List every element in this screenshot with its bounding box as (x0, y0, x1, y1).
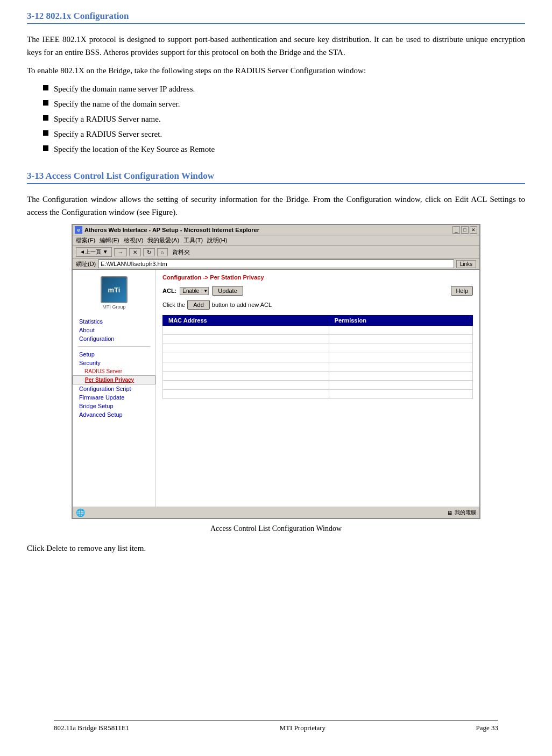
add-button[interactable]: Add (187, 300, 210, 310)
links-button[interactable]: Links (456, 260, 476, 268)
statusbar-computer-icon: 🖥 (447, 510, 452, 516)
menu-help[interactable]: 說明(H) (207, 236, 227, 244)
table-header-permission: Permission (329, 316, 472, 326)
click-delete-text: Click Delete to remove any list item. (27, 542, 525, 555)
footer-center: MTI Proprietary (280, 724, 326, 732)
maximize-button[interactable]: □ (461, 226, 469, 234)
browser-sidebar: mTi MTI Group Statistics About Configura… (73, 270, 156, 507)
browser-statusbar: 🌐 🖥 我的電腦 (73, 507, 479, 518)
bullet-icon (43, 85, 48, 90)
section-312-bullets: Specify the domain name server IP addres… (43, 82, 525, 156)
logo-initials: mTi (108, 286, 121, 294)
home-button[interactable]: ⌂ (157, 248, 168, 256)
table-cell-mac (163, 353, 329, 362)
statusbar-my-computer: 我的電腦 (455, 509, 476, 516)
menu-tools[interactable]: 工具(T) (183, 236, 203, 244)
logo-box: mTi (101, 276, 128, 303)
refresh-button[interactable]: ↻ (143, 248, 155, 256)
sidebar-item-security[interactable]: Security (73, 359, 155, 367)
acl-add-row: Click the Add button to add new ACL (162, 300, 473, 310)
bullet-icon (43, 130, 48, 136)
forward-button[interactable]: → (114, 248, 127, 256)
close-button[interactable]: ✕ (470, 226, 477, 234)
acl-select[interactable]: Enable Disable (180, 287, 209, 295)
table-row (163, 381, 473, 390)
sidebar-item-config-script[interactable]: Configuration Script (73, 384, 155, 393)
table-row (163, 344, 473, 353)
browser-menubar: 檔案(F) 編輯(E) 檢視(V) 我的最愛(A) 工具(T) 說明(H) (73, 235, 479, 246)
acl-select-wrapper: Enable Disable (180, 287, 209, 295)
section-312: 3-12 802.1x Configuration The IEEE 802.1… (27, 11, 525, 156)
table-row (163, 390, 473, 399)
sidebar-item-setup[interactable]: Setup (73, 350, 155, 359)
section-312-heading: 3-12 802.1x Configuration (27, 11, 525, 24)
table-cell-permission (329, 372, 472, 381)
titlebar-text: Atheros Web Interface - AP Setup - Micro… (84, 227, 259, 233)
sidebar-item-configuration[interactable]: Configuration (73, 334, 155, 343)
list-item: Specify a RADIUS Server secret. (43, 128, 525, 141)
browser-main-content: Configuration -> Per Station Privacy ACL… (156, 270, 479, 507)
browser-window: e Atheros Web Interface - AP Setup - Mic… (72, 224, 480, 519)
update-button[interactable]: Update (212, 286, 243, 296)
sidebar-item-about[interactable]: About (73, 326, 155, 334)
table-cell-mac (163, 362, 329, 372)
table-row (163, 335, 473, 344)
list-item: Specify the domain name server IP addres… (43, 82, 525, 95)
list-item: Specify the location of the Key Source a… (43, 143, 525, 156)
sidebar-item-firmware[interactable]: Firmware Update (73, 393, 155, 402)
table-row (163, 372, 473, 381)
sidebar-item-statistics[interactable]: Statistics (73, 317, 155, 326)
address-input[interactable] (98, 260, 454, 268)
browser-addressbar: 網址(D) Links (73, 258, 479, 270)
stop-button[interactable]: ✕ (129, 248, 141, 256)
back-button[interactable]: ◄上一頁 ▼ (76, 247, 112, 257)
browser-toolbar: ◄上一頁 ▼ → ✕ ↻ ⌂ 資料夾 (73, 246, 479, 258)
acl-table: MAC Address Permission (162, 315, 473, 399)
table-cell-permission (329, 326, 472, 335)
add-text-after: button to add new ACL (212, 302, 272, 308)
table-cell-permission (329, 390, 472, 399)
bullet-icon (43, 145, 48, 151)
section-313-para1: The Configuration window allows the sett… (27, 193, 525, 219)
table-cell-mac (163, 390, 329, 399)
sidebar-item-per-station[interactable]: Per Station Privacy (73, 375, 155, 384)
toolbar-folders-label: 資料夾 (172, 248, 190, 256)
sidebar-item-bridge-setup[interactable]: Bridge Setup (73, 402, 155, 410)
menu-favorites[interactable]: 我的最愛(A) (147, 236, 179, 244)
menu-edit[interactable]: 編輯(E) (100, 236, 119, 244)
acl-label: ACL: (162, 288, 176, 294)
sidebar-item-advanced[interactable]: Advanced Setup (73, 410, 155, 419)
help-button[interactable]: Help (451, 286, 473, 296)
menu-view[interactable]: 檢視(V) (124, 236, 144, 244)
table-cell-mac (163, 344, 329, 353)
table-cell-mac (163, 381, 329, 390)
section-312-para2: To enable 802.1X on the Bridge, take the… (27, 64, 525, 77)
table-cell-permission (329, 353, 472, 362)
browser-titlebar: e Atheros Web Interface - AP Setup - Mic… (73, 225, 479, 235)
section-312-para1: The IEEE 802.1X protocol is designed to … (27, 33, 525, 59)
list-item: Specify a RADIUS Server name. (43, 113, 525, 125)
statusbar-right: 🖥 我的電腦 (447, 509, 476, 516)
browser-icon: e (75, 226, 82, 234)
table-header-mac: MAC Address (163, 316, 329, 326)
bullet-icon (43, 100, 48, 106)
table-cell-mac (163, 326, 329, 335)
minimize-button[interactable]: _ (452, 226, 460, 234)
sidebar-item-radius[interactable]: RADIUS Server (73, 367, 155, 375)
table-row (163, 326, 473, 335)
logo-text: MTI Group (102, 304, 125, 310)
menu-file[interactable]: 檔案(F) (76, 236, 95, 244)
table-cell-permission (329, 335, 472, 344)
footer-bar: 802.11a Bridge BR5811E1 MTI Proprietary … (54, 720, 498, 732)
table-cell-mac (163, 335, 329, 344)
list-item: Specify the name of the domain server. (43, 97, 525, 110)
table-row (163, 353, 473, 362)
logo-area: mTi MTI Group (73, 274, 155, 312)
add-text-before: Click the (162, 302, 185, 308)
footer-left: 802.11a Bridge BR5811E1 (54, 724, 129, 732)
titlebar-controls: _ □ ✕ (452, 226, 477, 234)
titlebar-left: e Atheros Web Interface - AP Setup - Mic… (75, 226, 259, 234)
table-cell-permission (329, 344, 472, 353)
address-label: 網址(D) (76, 260, 96, 268)
table-row (163, 362, 473, 372)
